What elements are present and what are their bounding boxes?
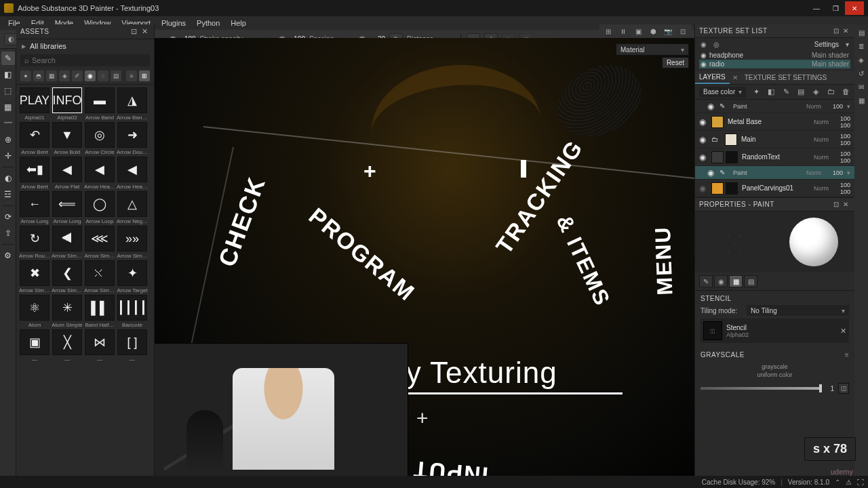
visibility-icon[interactable]: ◉ <box>707 168 715 178</box>
stencil-settings-icon[interactable]: ▦ <box>729 275 743 287</box>
tsl-row-radio[interactable]: ◉radio Main shader <box>699 60 850 68</box>
layer-mask-swatch[interactable] <box>726 151 738 163</box>
polygon-fill-tool-icon[interactable]: ▦ <box>1 100 15 114</box>
asset-cell[interactable]: ✖Arrow Simple <box>19 260 50 293</box>
tsl-popout-icon[interactable]: ⊡ <box>831 27 841 35</box>
asset-cell[interactable]: ◎Arrow Circle <box>84 122 115 155</box>
layer-opacity[interactable]: 100 <box>833 182 850 188</box>
display-icon[interactable]: ⊡ <box>677 26 689 37</box>
minimize-button[interactable]: — <box>807 1 826 15</box>
blend-mode[interactable]: Norm <box>814 185 829 192</box>
rail-layers-icon[interactable]: ≣ <box>856 41 867 52</box>
opacity-chevron-icon[interactable]: ▾ <box>847 103 850 110</box>
eraser-tool-icon[interactable]: ◧ <box>1 68 15 81</box>
rail-texture-set-icon[interactable]: ▤ <box>856 27 867 38</box>
filter-alphas-icon[interactable]: ◉ <box>85 70 96 81</box>
asset-cell[interactable]: INFOAlpha02 <box>52 87 83 121</box>
rail-properties-icon[interactable]: ◈ <box>856 54 867 65</box>
add-smart-mask-icon[interactable]: ◈ <box>811 87 821 97</box>
visibility-icon[interactable]: ◉ <box>699 152 707 162</box>
blend-mode[interactable]: Norm <box>814 119 829 125</box>
tsl-close-icon[interactable]: ✕ <box>841 27 850 35</box>
layer-opacity-2[interactable]: 100 <box>833 188 850 195</box>
filter-filters-icon[interactable]: ◈ <box>59 70 70 81</box>
layer-opacity[interactable]: 100 <box>825 103 843 110</box>
camera-icon[interactable]: ▣ <box>632 26 644 37</box>
asset-cell[interactable]: ▼Arrow Bold <box>52 122 83 155</box>
status-expand-icon[interactable]: ⌃ <box>835 479 840 486</box>
tsl-shader[interactable]: Main shader <box>812 52 849 59</box>
layer-paint-effect[interactable]: ◉ ✎ Paint Norm 100 ▾ <box>695 100 854 113</box>
asset-cell[interactable]: ❮Arrow Simple <box>52 260 83 293</box>
asset-cell[interactable]: ↻Arrow Rou… <box>19 226 50 259</box>
stencil-resource-row[interactable]: ◫ Stencil Alpha02 ✕ <box>701 319 849 343</box>
brush-settings-icon[interactable]: ✎ <box>699 275 713 287</box>
blend-mode[interactable]: Norm <box>814 154 829 161</box>
visibility-icon[interactable]: ◉ <box>707 102 715 111</box>
menu-plugins[interactable]: Plugins <box>156 19 191 27</box>
reset-button[interactable]: Reset <box>662 57 689 68</box>
status-warning-icon[interactable]: ⚠ <box>846 479 852 486</box>
visibility-icon[interactable]: ◉ <box>699 135 707 144</box>
layer-main-folder[interactable]: ◉ 🗀 Main Norm 100100 <box>695 131 854 148</box>
layer-metal-base[interactable]: ◉ Metal Base Norm 100100 <box>695 113 854 131</box>
rail-log-icon[interactable]: ✉ <box>856 81 867 92</box>
channel-dropdown[interactable]: Base color <box>699 87 746 98</box>
quick-mask-icon[interactable]: ◐ <box>1 171 15 185</box>
asset-cell[interactable]: ┃┃┃┃Barcode <box>117 295 148 328</box>
layer-opacity[interactable]: 100 <box>825 169 843 176</box>
grayscale-slider[interactable] <box>701 387 821 390</box>
asset-cell[interactable]: ⟸Arrow Long <box>52 191 83 224</box>
projection-tool-icon[interactable]: ⬚ <box>1 84 15 98</box>
asset-cell[interactable]: ▣— <box>19 329 50 363</box>
add-effect-icon[interactable]: ✦ <box>751 87 761 97</box>
asset-cell[interactable]: ⚛Atom <box>19 295 50 328</box>
opacity-chevron-icon[interactable]: ▾ <box>847 169 850 176</box>
tsl-vis-icon[interactable]: ◉ <box>701 60 707 68</box>
tsl-solo-icon[interactable]: ◎ <box>713 41 719 48</box>
asset-cell[interactable]: ◀Arrow Hea… <box>84 157 115 190</box>
layer-paint-effect-selected[interactable]: ◉ ✎ Paint Norm 100 ▾ <box>695 166 854 180</box>
layer-name[interactable]: Main <box>741 136 810 143</box>
asset-cell[interactable]: ⬅▮Arrow Bent <box>19 157 50 190</box>
layer-name[interactable]: RandomText <box>742 153 810 161</box>
add-fill-layer-icon[interactable]: ✎ <box>781 87 791 97</box>
asset-cell[interactable]: ✦Arrow Target <box>117 260 148 293</box>
section-menu-icon[interactable]: ≡ <box>845 351 849 359</box>
tsl-vis-all-icon[interactable]: ◉ <box>701 41 707 48</box>
props-popout-icon[interactable]: ⊡ <box>831 201 841 208</box>
layer-opacity[interactable]: 100 <box>833 133 850 140</box>
search-input[interactable] <box>32 56 146 64</box>
layer-name[interactable]: Metal Base <box>728 118 810 125</box>
library-dropdown[interactable]: All libraries <box>16 39 154 53</box>
asset-cell[interactable]: ⛌Arrow Simple <box>84 260 115 293</box>
visibility-icon[interactable]: ◉ <box>699 117 707 127</box>
layer-name[interactable]: Paint <box>733 103 802 110</box>
asset-cell[interactable]: ▬Arrow Band <box>84 87 115 121</box>
asset-cell[interactable]: [ ]— <box>117 329 148 363</box>
filter-textures-icon[interactable]: ▦ <box>46 70 57 81</box>
layer-opacity[interactable]: 100 <box>833 115 850 122</box>
layer-mask-swatch[interactable] <box>726 182 738 195</box>
tab-texture-set-settings[interactable]: TEXTURE SET SETTINGS <box>741 71 831 84</box>
layer-panel-carvings[interactable]: ◉ PanelCarvings01 Norm 100100 <box>695 180 854 197</box>
baking-icon[interactable]: ☲ <box>1 188 15 201</box>
material-settings-icon[interactable]: ▤ <box>744 275 757 287</box>
asset-cell[interactable]: ⋈— <box>84 329 115 363</box>
stencil-clear-icon[interactable]: ✕ <box>840 327 846 336</box>
asset-cell[interactable]: ◯Arrow Loop <box>84 191 115 224</box>
tab-layers-close-icon[interactable]: ✕ <box>730 74 741 81</box>
asset-cell[interactable]: ➜Arrow Dou… <box>117 122 148 155</box>
status-fullscreen-icon[interactable]: ⛶ <box>857 479 864 486</box>
props-close-icon[interactable]: ✕ <box>841 201 850 208</box>
filter-materials-icon[interactable]: ● <box>20 70 31 81</box>
tab-layers[interactable]: LAYERS <box>695 71 730 84</box>
brush-preset-icon[interactable]: ◐ <box>4 33 18 45</box>
asset-cell[interactable]: ╳— <box>52 329 83 363</box>
material-channel-dropdown[interactable]: Material <box>616 43 689 56</box>
rail-history-icon[interactable]: ↺ <box>856 68 867 79</box>
smudge-tool-icon[interactable]: 〰 <box>1 117 15 130</box>
asset-cell[interactable]: ◮Arrow Band… <box>117 87 148 121</box>
menu-help[interactable]: Help <box>225 19 252 27</box>
layer-opacity-2[interactable]: 100 <box>833 140 850 146</box>
